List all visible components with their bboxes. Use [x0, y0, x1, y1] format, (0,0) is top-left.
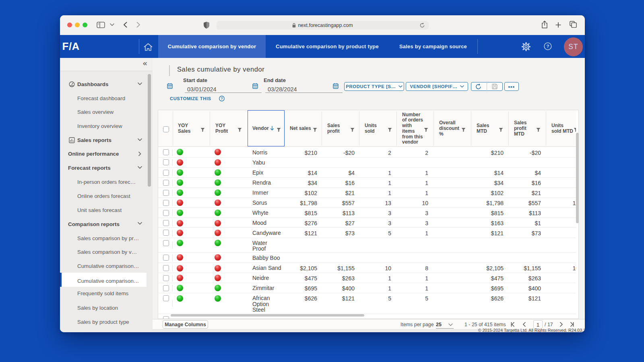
svg-text:?: ? — [221, 97, 223, 101]
svg-text:?: ? — [546, 44, 549, 49]
